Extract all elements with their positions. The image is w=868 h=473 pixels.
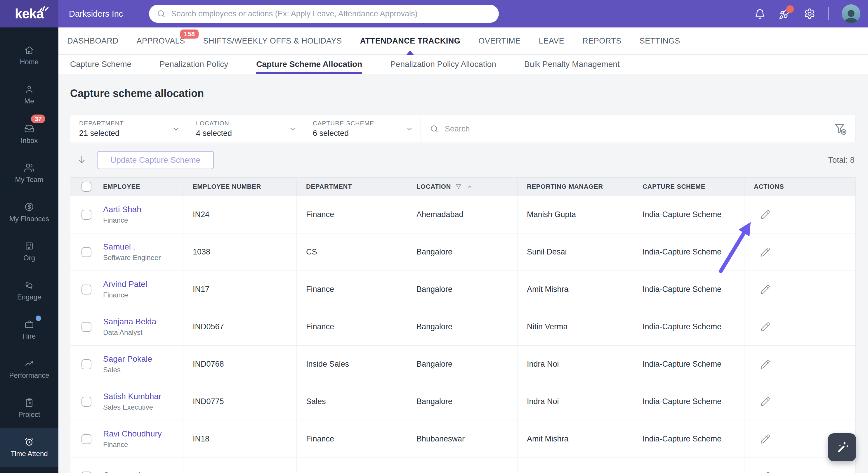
row-checkbox[interactable] [82,359,91,369]
col-employee-number: EMPLOYEE NUMBER [183,178,297,196]
table-row: Satish KumbharSales Executive IND0775 Sa… [70,383,856,420]
location-cell: Bangalore [407,383,518,420]
employee-link[interactable]: Samuel . [103,242,161,252]
employee-role: Sales Executive [103,403,161,411]
employee-role: Data Analyst [103,328,156,336]
table-row: Sanjana BeldaData Analyst IND0567 Financ… [70,308,856,346]
chevron-down-icon [172,125,180,133]
employee-number-cell: IND0775 [183,383,297,420]
manager-cell: Manish Gupta [518,196,633,233]
location-filter-dropdown[interactable]: LOCATION 4 selected [187,115,304,143]
tab-attendance-tracking[interactable]: ATTENDANCE TRACKING [360,36,460,46]
sidebar-item-engage[interactable]: Engage [0,271,58,310]
tab-approvals[interactable]: APPROVALS 158 [137,36,185,46]
employee-link[interactable]: Sanjana Belda [103,317,156,326]
tab-leave[interactable]: LEAVE [539,36,564,46]
row-checkbox[interactable] [82,285,91,295]
location-cell: Ahemadabad [407,196,518,233]
clear-filters-button[interactable] [832,115,856,143]
hire-notification-dot [36,316,41,321]
edit-pencil-icon[interactable] [760,247,770,257]
sidebar-item-inbox[interactable]: 37 Inbox [0,115,58,154]
tab-reports[interactable]: REPORTS [582,36,621,46]
employee-link[interactable]: Sagar Pokale [103,354,152,364]
employee-number-cell: IND0567 [183,308,297,345]
app-root: keka Darksiders Inc [0,0,868,473]
manager-cell: Indra Noi [518,383,633,420]
engage-chat-icon [24,280,34,290]
subtab-penalization-policy-allocation[interactable]: Penalization Policy Allocation [390,55,496,74]
employee-link[interactable]: Aarti Shah [103,205,142,214]
sidebar: Home Me 37 Inbox My Team My Finances Org… [0,27,58,473]
department-cell: Sales [297,383,407,420]
row-checkbox[interactable] [82,210,91,220]
capture-scheme-filter-dropdown[interactable]: CAPTURE SCHEME 6 selected [304,115,421,143]
briefcase-icon [24,319,34,329]
search-icon [430,124,439,134]
edit-pencil-icon[interactable] [760,434,770,444]
employee-link[interactable]: Ravi Choudhury [103,429,162,439]
sidebar-item-home[interactable]: Home [0,36,58,76]
update-capture-scheme-button[interactable]: Update Capture Scheme [97,151,214,169]
tab-settings[interactable]: SETTINGS [640,36,680,46]
table-search-input[interactable] [444,124,823,134]
row-checkbox[interactable] [82,397,91,407]
sidebar-item-my-team[interactable]: My Team [0,154,58,193]
sidebar-item-project[interactable]: Project [0,389,58,428]
global-search-input[interactable] [170,9,496,19]
topbar: keka Darksiders Inc [0,0,868,27]
edit-pencil-icon[interactable] [760,397,770,407]
edit-pencil-icon[interactable] [760,359,770,369]
edit-pencil-icon[interactable] [760,285,770,295]
table-search[interactable] [421,115,832,143]
settings-gear-icon[interactable] [804,8,815,20]
col-department: DEPARTMENT [297,178,407,196]
tab-dashboard[interactable]: DASHBOARD [67,36,119,46]
row-checkbox[interactable] [82,247,91,257]
employee-number-cell: IN18 [183,420,297,457]
subtab-penalization-policy[interactable]: Penalization Policy [159,55,228,74]
employee-role: Sales [103,366,152,374]
magic-wand-button[interactable] [828,433,856,461]
edit-pencil-icon[interactable] [760,322,770,332]
row-checkbox[interactable] [82,434,91,444]
location-cell: Bangalore [407,271,518,308]
department-filter-dropdown[interactable]: DEPARTMENT 21 selected [70,115,187,143]
location-cell: Bhubaneswar [407,458,518,473]
subtab-capture-scheme[interactable]: Capture Scheme [70,55,131,74]
select-all-checkbox[interactable] [82,182,91,191]
global-search[interactable] [149,5,499,23]
tab-overtime[interactable]: OVERTIME [478,36,521,46]
employee-link[interactable]: Granger, Amy [103,471,153,473]
sidebar-item-my-finances[interactable]: My Finances [0,193,58,232]
user-avatar[interactable] [842,4,860,23]
location-filter-icon[interactable] [455,183,462,190]
sidebar-item-performance[interactable]: Performance [0,349,58,389]
row-checkbox[interactable] [82,472,91,473]
team-icon [24,163,34,173]
edit-pencil-icon[interactable] [760,210,770,220]
sidebar-item-org[interactable]: Org [0,232,58,271]
employee-number-cell: IN17 [183,271,297,308]
subtab-capture-scheme-allocation[interactable]: Capture Scheme Allocation [256,55,362,74]
whats-new-rocket-icon[interactable] [779,8,791,20]
employee-link[interactable]: Arvind Patel [103,279,147,289]
employee-link[interactable]: Satish Kumbhar [103,392,161,401]
location-sort-icon[interactable] [466,183,473,190]
col-employee: EMPLOYEE [103,183,140,190]
download-arrow-icon[interactable] [76,155,87,165]
keka-logo[interactable]: keka [0,0,58,27]
tab-shifts-weekly-offs-holidays[interactable]: SHIFTS/WEEKLY OFFS & HOLIDAYS [203,36,342,46]
sidebar-item-hire[interactable]: Hire [0,310,58,349]
row-checkbox[interactable] [82,322,91,332]
sidebar-item-me[interactable]: Me [0,76,58,115]
edit-pencil-icon[interactable] [760,472,770,473]
sidebar-item-time-attend[interactable]: Time Attend [0,428,58,467]
sub-nav: Capture Scheme Penalization Policy Captu… [58,55,868,74]
main-area: DASHBOARD APPROVALS 158 SHIFTS/WEEKLY OF… [58,27,868,473]
inbox-badge: 37 [31,115,45,123]
chevron-down-icon [288,125,297,133]
subtab-bulk-penalty-management[interactable]: Bulk Penalty Management [524,55,620,74]
notifications-bell-icon[interactable] [754,8,766,20]
table-row: Granger, Amy IN19 Sales Bhubaneswar Amit… [70,458,856,473]
